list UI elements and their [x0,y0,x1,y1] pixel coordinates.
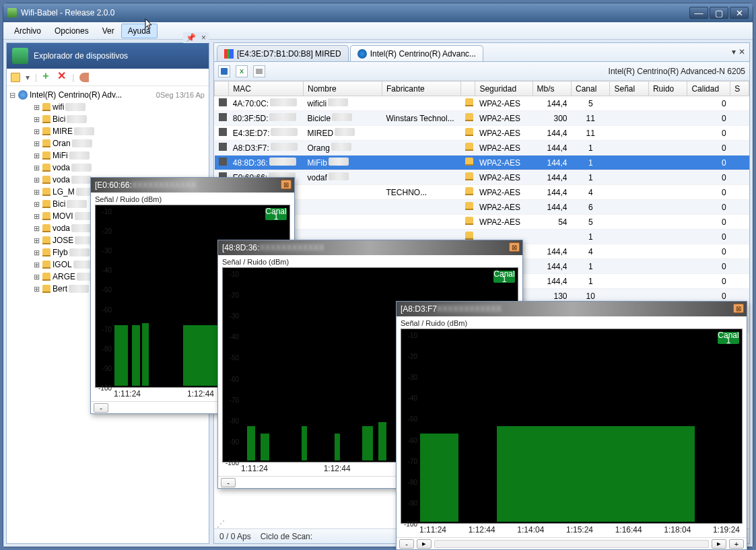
tab-mired[interactable]: [E4:3E:D7:B1:D0:B8] MIRED [217,45,349,61]
chart-plus-button[interactable]: + [729,539,744,549]
chart-minus-button[interactable]: - [399,539,414,549]
cell-noise [648,259,687,274]
chart-minus-button[interactable]: - [221,478,236,487]
save-button[interactable] [218,65,230,77]
cell-mbs: 144,4 [532,96,571,111]
column-header[interactable]: Señal [610,81,648,96]
chart-play-button[interactable]: ▸ [417,539,432,549]
tabs-dropdown-icon[interactable]: ▾ [732,47,736,57]
column-header[interactable]: Seguridad [475,81,532,96]
tree-item[interactable]: ⊞Oran [8,137,207,149]
cell-channel: 1 [571,274,609,289]
menu-ayuda[interactable]: Ayuda [121,24,158,38]
expand-icon[interactable]: ⊞ [32,139,40,148]
menu-ver[interactable]: Ver [96,24,121,38]
expand-icon[interactable]: ⊞ [32,188,40,197]
cell-quality: 0 [687,111,730,126]
chart-play2-button[interactable]: ▸ [712,539,726,549]
column-header[interactable]: Calidad [687,81,730,96]
panel-close-icon[interactable]: × [201,33,206,42]
chart-minus-button[interactable]: - [94,403,108,413]
tabs-close-icon[interactable]: ✕ [738,47,745,57]
expand-icon[interactable]: ⊞ [32,224,40,233]
expand-icon[interactable]: ⊞ [32,164,40,172]
table-row[interactable]: E4:3E:D7:MIREDWPA2-AES144,4110 [215,126,749,141]
expand-icon[interactable]: ⊞ [32,176,40,184]
table-row[interactable]: 4A:70:0C:wificliWPA2-AES144,450 [215,96,749,111]
tree-item[interactable]: ⊞voda [8,162,207,174]
table-row[interactable]: A8:D3:F7:OrangWPA2-AES144,410 [215,141,749,156]
export-button[interactable]: X [236,65,248,77]
column-header[interactable]: Canal [571,81,609,96]
lock-icon [465,172,473,180]
column-header[interactable]: Fabricante [382,81,461,96]
resize-grip-icon[interactable]: ⋰ [217,519,225,527]
expand-icon[interactable]: ⊞ [32,273,40,281]
column-header[interactable]: MAC [229,81,304,96]
delete-icon[interactable]: ✕ [57,73,67,82]
cell-channel: 1 [571,156,609,170]
column-header[interactable]: Nombre [303,81,382,96]
collapse-icon[interactable]: ⊟ [8,91,16,100]
chart-window-3[interactable]: [A8:D3:F7XXXXXXXXXXXX ⊠ Señal / Ruido (d… [396,301,747,550]
print-button[interactable] [253,65,265,77]
signal-icon [219,128,227,136]
cell-signal [610,185,648,200]
lock-icon [465,232,473,240]
chart-scrollbar[interactable] [434,540,709,548]
expand-icon[interactable]: ⊞ [32,285,40,294]
maximize-button[interactable]: ▢ [710,7,728,19]
menu-opciones[interactable]: Opciones [48,24,96,38]
status-cycle: Ciclo de Scan: [261,532,312,541]
column-header[interactable]: Ruido [648,81,687,96]
table-row[interactable]: 80:3F:5D:BicicleWinstars Technol...WPA2-… [215,111,749,126]
cell-quality: 0 [687,274,730,289]
expand-icon[interactable]: ⊞ [32,151,40,160]
chart-close-icon[interactable]: ⊠ [509,242,520,252]
expand-icon[interactable]: ⊞ [32,115,40,124]
cell-noise [648,156,687,170]
tree-root[interactable]: ⊟ Intel(R) Centrino(R) Adv... 0Seg 13/16… [8,89,207,101]
expand-icon[interactable]: ⊞ [32,127,40,136]
chart-titlebar[interactable]: [48:8D:36:XXXXXXXXXXXX ⊠ [218,240,522,255]
expand-icon[interactable]: ⊞ [32,103,40,112]
cell-mbs [532,230,571,244]
chart-close-icon[interactable]: ⊠ [281,180,291,189]
chart-close-icon[interactable]: ⊠ [733,304,744,313]
tree-item[interactable]: ⊞Bici [8,113,207,125]
tab-adapter[interactable]: Intel(R) Centrino(R) Advanc... [350,45,483,61]
expand-icon[interactable]: ⊞ [32,212,40,221]
add-icon[interactable]: + [42,73,52,82]
pin-icon[interactable]: 📌 [186,33,196,42]
cell-mbs: 144,4 [532,259,571,274]
menu-archivo[interactable]: Archivo [7,24,48,38]
column-header[interactable] [461,81,475,96]
column-header[interactable]: Mb/s [532,81,571,96]
chart-titlebar[interactable]: [A8:D3:F7XXXXXXXXXXXX ⊠ [397,302,747,316]
column-header[interactable] [215,81,229,96]
dropdown-icon[interactable]: ▾ [26,73,30,82]
expand-icon[interactable]: ⊞ [32,248,40,257]
expand-icon[interactable]: ⊞ [32,200,40,209]
table-row[interactable]: 48:8D:36:MiFibWPA2-AES144,410 [215,156,749,170]
cell-mbs: 144,4 [532,274,571,289]
tree-item[interactable]: ⊞MIRE [8,125,207,137]
chart-titlebar[interactable]: [E0:60:66:XXXXXXXXXXXX ⊠ [91,178,294,193]
tree-item[interactable]: ⊞MiFi [8,149,207,162]
minimize-button[interactable]: — [689,7,708,19]
chart-title: [48:8D:36: [222,243,259,252]
lock-icon [465,217,473,225]
cell-noise [648,200,687,215]
expand-icon[interactable]: ⊞ [32,261,40,269]
close-button[interactable]: ✕ [730,7,749,19]
titlebar[interactable]: Wifi-Babel - Release 2.0.0 — ▢ ✕ [3,3,753,22]
folder-icon[interactable] [11,73,20,82]
blurred-text [71,164,92,172]
chart-title: [E0:60:66: [95,180,132,190]
tree-item-label: Bici [53,114,65,124]
tree-item[interactable]: ⊞wifi [8,101,207,113]
expand-icon[interactable]: ⊞ [32,236,40,245]
column-header[interactable]: S [730,81,749,96]
brush-icon[interactable] [79,73,89,82]
cell-channel: 11 [571,111,609,126]
